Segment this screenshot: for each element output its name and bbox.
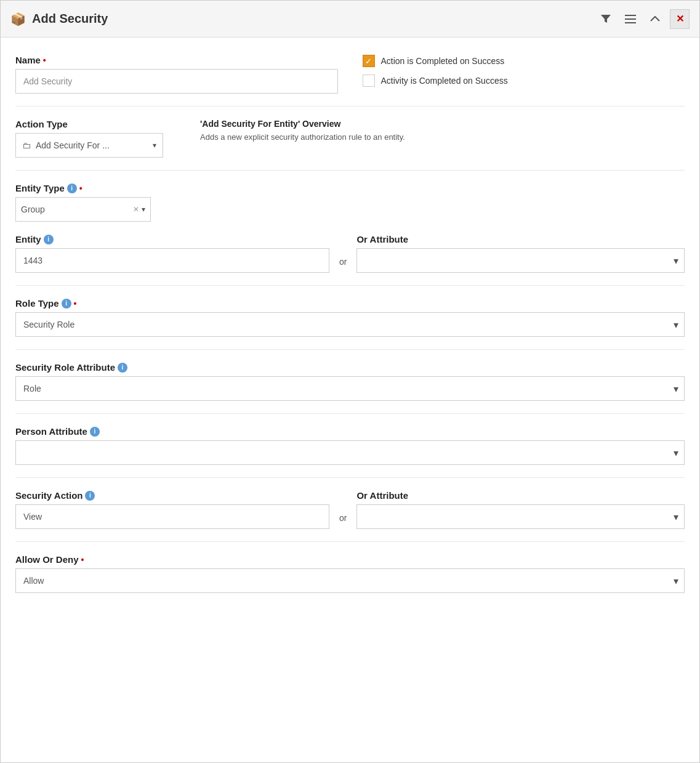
role-type-section: Role Type i • Security Role [15, 298, 685, 337]
entity-type-value: Group [21, 204, 133, 214]
form-content: Name • ✓ Action is Completed on Success … [1, 38, 699, 762]
security-action-or-label: Or Attribute [356, 490, 685, 501]
or-attribute-col: Or Attribute [356, 234, 685, 273]
security-action-col: Security Action i [15, 490, 329, 529]
security-role-attribute-label: Security Role Attribute i [15, 362, 685, 373]
person-attribute-info-icon[interactable]: i [90, 427, 100, 437]
activity-completed-checkbox[interactable] [363, 75, 375, 87]
main-window: 📦 Add Security ✕ Name • [0, 0, 700, 763]
entity-input[interactable] [15, 248, 329, 273]
person-attribute-dropdown[interactable] [15, 440, 685, 465]
action-type-value: Add Security For ... [36, 140, 148, 150]
action-type-row: Action Type 🗀 Add Security For ... ▾ 'Ad… [15, 119, 685, 158]
or-attribute-select[interactable] [356, 248, 685, 273]
name-label: Name • [15, 55, 338, 65]
action-type-label: Action Type [15, 119, 175, 129]
role-type-select[interactable]: Security Role [15, 312, 685, 337]
divider-7 [15, 541, 685, 542]
security-role-attribute-select[interactable]: Role [15, 376, 685, 401]
titlebar-left: 📦 Add Security [10, 12, 108, 26]
allow-or-deny-dropdown[interactable]: Allow Deny [15, 568, 685, 593]
close-icon: ✕ [676, 13, 684, 25]
name-col: Name • [15, 55, 338, 94]
entity-info-icon[interactable]: i [44, 235, 54, 244]
divider-2 [15, 170, 685, 171]
allow-or-deny-label: Allow Or Deny • [15, 554, 685, 565]
action-type-col: Action Type 🗀 Add Security For ... ▾ [15, 119, 175, 158]
svg-rect-2 [625, 22, 636, 23]
security-action-or-text: or [339, 513, 347, 529]
titlebar-controls: ✕ [596, 9, 690, 29]
allow-or-deny-select[interactable]: Allow Deny [15, 568, 685, 593]
filter-icon[interactable] [596, 9, 616, 29]
or-attribute-dropdown[interactable] [356, 248, 685, 273]
person-attribute-select[interactable] [15, 440, 685, 465]
security-action-or-dropdown[interactable] [356, 504, 685, 529]
action-completed-label: Action is Completed on Success [381, 56, 505, 66]
role-type-label: Role Type i • [15, 298, 685, 309]
close-button[interactable]: ✕ [670, 9, 690, 29]
svg-rect-1 [625, 18, 636, 20]
overview-text: Adds a new explicit security authorizati… [200, 132, 685, 142]
security-role-attribute-dropdown[interactable]: Role [15, 376, 685, 401]
action-completed-row: ✓ Action is Completed on Success [363, 55, 685, 67]
entity-col: Entity i [15, 234, 329, 273]
entity-label: Entity i [15, 234, 329, 244]
name-required: • [43, 55, 46, 65]
entity-type-info-icon[interactable]: i [67, 184, 77, 193]
svg-rect-0 [625, 15, 636, 16]
security-action-or-col: Or Attribute [356, 490, 685, 529]
role-type-required: • [74, 299, 77, 309]
entity-type-section: Entity Type i • Group ✕ ▾ [15, 183, 685, 222]
divider-1 [15, 106, 685, 107]
role-type-info-icon[interactable]: i [62, 299, 71, 309]
security-role-attribute-info-icon[interactable]: i [118, 363, 127, 373]
entity-type-select[interactable]: Group ✕ ▾ [15, 197, 151, 222]
action-type-select[interactable]: 🗀 Add Security For ... ▾ [15, 133, 163, 158]
security-role-attribute-section: Security Role Attribute i Role [15, 362, 685, 401]
action-type-folder-icon: 🗀 [22, 140, 31, 150]
person-attribute-section: Person Attribute i [15, 426, 685, 465]
divider-3 [15, 285, 685, 286]
security-action-info-icon[interactable]: i [85, 491, 95, 501]
entity-type-arrow-icon: ▾ [142, 205, 145, 214]
action-type-dropdown-arrow: ▾ [153, 141, 156, 150]
activity-completed-label: Activity is Completed on Success [381, 76, 508, 86]
security-action-row: Security Action i or Or Attribute [15, 490, 685, 529]
security-action-label: Security Action i [15, 490, 329, 501]
titlebar: 📦 Add Security ✕ [1, 1, 699, 38]
name-input[interactable] [15, 69, 338, 94]
name-row: Name • ✓ Action is Completed on Success … [15, 55, 685, 94]
entity-or-text: or [339, 257, 347, 273]
menu-icon[interactable] [621, 9, 640, 29]
entity-type-required: • [79, 184, 82, 193]
entity-type-label: Entity Type i • [15, 183, 685, 193]
person-attribute-label: Person Attribute i [15, 426, 685, 437]
role-type-dropdown[interactable]: Security Role [15, 312, 685, 337]
divider-5 [15, 413, 685, 414]
security-action-input[interactable] [15, 504, 329, 529]
or-attribute-label: Or Attribute [356, 234, 685, 244]
checkboxes-col: ✓ Action is Completed on Success Activit… [363, 55, 685, 94]
divider-6 [15, 477, 685, 478]
action-completed-checkbox[interactable]: ✓ [363, 55, 375, 67]
allow-or-deny-required: • [81, 555, 84, 565]
window-title: Add Security [32, 12, 108, 26]
entity-type-clear-icon[interactable]: ✕ [133, 205, 139, 214]
overview-col: 'Add Security For Entity' Overview Adds … [200, 119, 685, 158]
window-icon: 📦 [10, 12, 26, 26]
allow-or-deny-section: Allow Or Deny • Allow Deny [15, 554, 685, 593]
activity-completed-row: Activity is Completed on Success [363, 75, 685, 87]
entity-row: Entity i or Or Attribute [15, 234, 685, 273]
overview-title: 'Add Security For Entity' Overview [200, 119, 685, 129]
divider-4 [15, 349, 685, 350]
collapse-icon[interactable] [645, 9, 665, 29]
security-action-or-select[interactable] [356, 504, 685, 529]
